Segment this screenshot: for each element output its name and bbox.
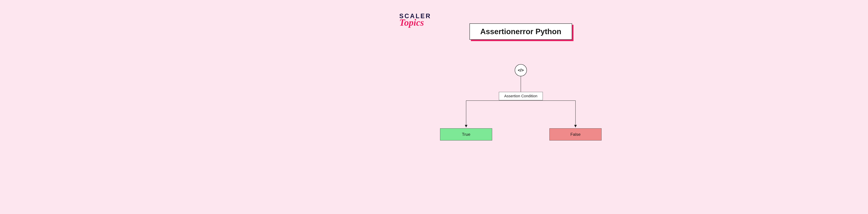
title-container: Assertionerror Python	[470, 24, 572, 40]
brand-logo: SCALER Topics	[399, 13, 431, 27]
flowchart-diagram: </> Assertion Condition True False	[434, 64, 608, 168]
assertion-condition-node: Assertion Condition	[499, 92, 543, 100]
code-icon-glyph: </>	[518, 68, 524, 73]
logo-sub-text: Topics	[399, 19, 431, 27]
false-result-node: False	[550, 128, 601, 140]
flowchart-connectors	[434, 64, 608, 168]
true-result-node: True	[440, 128, 492, 140]
page-title: Assertionerror Python	[470, 24, 572, 40]
code-icon: </>	[515, 64, 527, 76]
